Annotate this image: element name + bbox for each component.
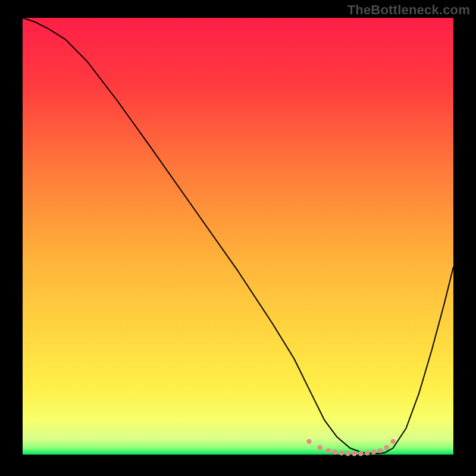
- marker-dot: [306, 439, 311, 444]
- marker-dot: [326, 448, 331, 453]
- marker-dot: [365, 450, 369, 455]
- marker-dot: [384, 445, 389, 450]
- marker-dot: [333, 450, 337, 455]
- marker-dot: [352, 451, 356, 456]
- bottleneck-curve-chart: [0, 0, 476, 476]
- marker-dot: [358, 451, 363, 456]
- marker-dot: [378, 448, 383, 453]
- marker-dot: [371, 450, 376, 455]
- marker-dot: [339, 450, 344, 455]
- marker-dot: [390, 439, 395, 444]
- marker-dot: [317, 445, 322, 450]
- plot-background: [23, 18, 453, 455]
- chart-frame: TheBottleneck.com: [0, 0, 476, 476]
- marker-dot: [345, 451, 350, 456]
